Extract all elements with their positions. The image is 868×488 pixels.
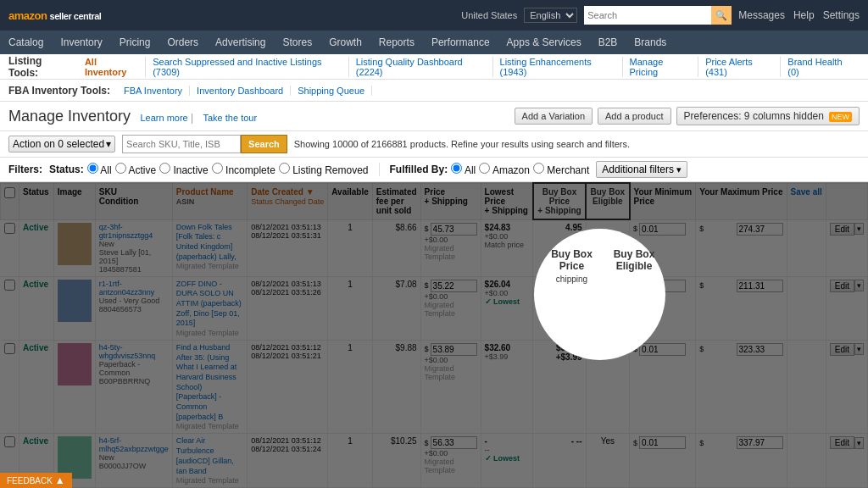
nav-stores[interactable]: Stores <box>282 36 312 48</box>
tab-shipping-queue[interactable]: Shipping Queue <box>291 86 372 96</box>
tab-all-inventory[interactable]: All Inventory <box>78 57 146 77</box>
product-name-link[interactable]: Down Folk Tales [Folk Tales: c United Ki… <box>176 223 243 263</box>
nav-brands[interactable]: Brands <box>634 36 666 48</box>
tab-price-alerts[interactable]: Price Alerts (431) <box>698 57 781 77</box>
top-search-button[interactable]: 🔍 <box>711 6 732 25</box>
status-inactive[interactable]: Inactive <box>159 163 209 176</box>
tab-enhancements[interactable]: Listing Enhancements (1943) <box>493 57 623 77</box>
learn-more-link[interactable]: Learn more <box>140 113 187 123</box>
status-active[interactable]: Active <box>115 163 156 176</box>
status-incomplete[interactable]: Incomplete <box>212 163 275 176</box>
nav-growth[interactable]: Growth <box>329 36 362 48</box>
edit-button[interactable]: Edit <box>830 280 854 292</box>
preferences-button[interactable]: Preferences: 9 columns hidden NEW <box>676 107 860 125</box>
edit-dropdown-arrow[interactable]: ▾ <box>854 223 864 235</box>
min-price-input[interactable] <box>639 223 686 236</box>
tab-quality[interactable]: Listing Quality Dashboard (2224) <box>349 57 493 77</box>
top-search-bar: 🔍 <box>584 6 732 25</box>
edit-button[interactable]: Edit <box>830 223 854 236</box>
edit-dropdown-arrow[interactable]: ▾ <box>854 280 864 291</box>
price-input[interactable] <box>431 436 477 449</box>
sku-link[interactable]: r1-1rtf-antzon04zz3nny <box>99 280 169 297</box>
messages-link[interactable]: Messages <box>738 9 785 21</box>
add-variation-button[interactable]: Add a Variation <box>515 108 593 125</box>
min-price-input[interactable] <box>639 436 686 449</box>
new-badge: NEW <box>829 112 852 122</box>
status-all[interactable]: All <box>87 163 112 176</box>
action-select[interactable]: Action on 0 selected ▾ <box>8 136 115 152</box>
row-checkbox[interactable] <box>4 343 15 354</box>
product-name-link[interactable]: ZOFF DINO - DURA SOLO UN ATTIM (paperbac… <box>176 280 243 329</box>
edit-dropdown-arrow[interactable]: ▾ <box>854 343 864 355</box>
price-input[interactable] <box>431 343 477 356</box>
additional-filters-button[interactable]: Additional filters ▾ <box>596 161 687 178</box>
row-checkbox[interactable] <box>4 223 15 234</box>
nav-b2b[interactable]: B2B <box>598 36 618 48</box>
take-tour-link[interactable]: Take the tour <box>203 113 258 123</box>
migrated-template2: Migrated Template <box>425 244 477 261</box>
max-price-input[interactable] <box>737 343 783 356</box>
fba-tools-label: FBA Inventory Tools: <box>8 85 110 97</box>
row-product-name: ZOFF DINO - DURA SOLO UN ATTIM (paperbac… <box>172 276 247 340</box>
row-sku: r1-1rtf-antzon04zz3nny Used - Very Good … <box>95 276 172 340</box>
price-input[interactable] <box>431 223 477 236</box>
sku-search-button[interactable]: Search <box>241 135 287 153</box>
settings-link[interactable]: Settings <box>823 9 860 21</box>
select-all-checkbox[interactable] <box>4 187 15 198</box>
status-removed[interactable]: Listing Removed <box>279 163 369 176</box>
fulfilled-all[interactable]: All <box>451 163 476 176</box>
nav-pricing[interactable]: Pricing <box>120 36 151 48</box>
nav-orders[interactable]: Orders <box>167 36 198 48</box>
edit-button[interactable]: Edit <box>830 436 854 449</box>
tab-manage-pricing[interactable]: Manage Pricing <box>623 57 699 77</box>
max-price-input[interactable] <box>737 436 783 449</box>
nav-advertising[interactable]: Advertising <box>215 36 265 48</box>
row-buybox-price: - -- <box>533 434 586 488</box>
row-buybox-eligible <box>586 219 630 276</box>
nav-inventory[interactable]: Inventory <box>60 36 102 48</box>
page-header-buttons: Add a Variation Add a product Preference… <box>515 107 860 125</box>
tab-brand-health[interactable]: Brand Health (0) <box>781 57 860 77</box>
max-price-input[interactable] <box>737 223 783 236</box>
row-available: 1 <box>328 219 373 276</box>
feedback-button[interactable]: FEEDBACK ▲ <box>0 473 72 488</box>
sku-link[interactable]: h4-5ty-whgdvvisz53nnq <box>99 343 169 360</box>
status-label: Status: <box>49 164 84 175</box>
migrated-template: Migrated Template <box>176 476 243 485</box>
nav-reports[interactable]: Reports <box>379 36 415 48</box>
price-input[interactable] <box>431 280 477 292</box>
tab-inventory-dashboard[interactable]: Inventory Dashboard <box>190 86 291 96</box>
fulfilled-merchant[interactable]: Merchant <box>533 163 589 176</box>
sku-link[interactable]: qz-3hf-gtr1nipnszztgg4 <box>99 223 169 240</box>
nav-apps[interactable]: Apps & Services <box>507 36 581 48</box>
product-name-link[interactable]: Clear Air Turbulence [audioCD] Gillan, I… <box>176 436 243 476</box>
edit-dropdown-arrow[interactable]: ▾ <box>854 437 864 449</box>
top-nav-right: United States English 🔍 Messages Help Se… <box>461 6 860 25</box>
row-fee: $10.25 <box>372 434 420 488</box>
sku-search-input[interactable] <box>122 135 241 153</box>
row-min-price: $ <box>630 340 696 434</box>
tab-fba-inventory[interactable]: FBA Inventory <box>117 86 190 96</box>
row-save-cell <box>787 276 826 340</box>
fulfilled-amazon[interactable]: Amazon <box>479 163 530 176</box>
nav-performance[interactable]: Performance <box>431 36 490 48</box>
tab-suppressed[interactable]: Search Suppressed and Inactive Listings … <box>146 57 349 77</box>
help-link[interactable]: Help <box>793 9 815 21</box>
row-buybox-eligible: No <box>586 340 630 434</box>
product-name-link[interactable]: Find a Husband After 35: (Using What I L… <box>176 343 243 423</box>
min-price-input[interactable] <box>639 280 686 292</box>
min-price-input[interactable] <box>639 343 686 356</box>
row-checkbox[interactable] <box>4 436 15 447</box>
sku-link[interactable]: h4-5rf-mlhq52axbpzzwtgge <box>99 436 169 453</box>
nav-catalog[interactable]: Catalog <box>8 36 43 48</box>
max-price-input[interactable] <box>737 280 783 292</box>
col-date-header[interactable]: Date Created ▼Status Changed Date <box>248 183 328 219</box>
language-selector[interactable]: English <box>524 8 577 23</box>
row-checkbox[interactable] <box>4 280 15 291</box>
add-product-button[interactable]: Add a product <box>598 108 671 125</box>
edit-button[interactable]: Edit <box>830 343 854 356</box>
sku-search: Search <box>122 135 287 153</box>
top-search-input[interactable] <box>584 6 711 25</box>
inventory-table-wrapper: Status Image SKUCondition Product NameAS… <box>0 182 868 488</box>
save-all-link[interactable]: Save all <box>791 187 822 197</box>
